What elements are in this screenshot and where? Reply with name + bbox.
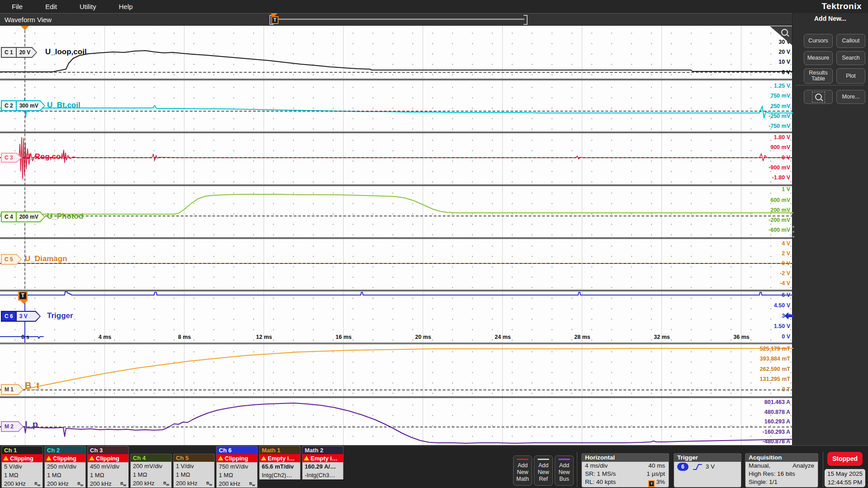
ch6-clipping-warning: Clipping [217, 454, 257, 462]
ch4-label[interactable]: U_Photod [47, 212, 83, 221]
slice-ch4 [0, 186, 793, 237]
horizontal-position-track[interactable] [273, 19, 524, 20]
math1-settings-badge[interactable]: Math 1 Empty i… 65.6 mT/div Intg(Ch2)… [259, 446, 301, 479]
cursors-button[interactable]: Cursors [804, 34, 833, 48]
plot-button[interactable]: Plot [836, 68, 865, 84]
ch4-axis-label: 200 mV [770, 207, 790, 213]
results-table-button[interactable]: Results Table [804, 68, 833, 84]
trigger-position-top-triangle[interactable] [21, 26, 29, 30]
search-button[interactable]: Search [836, 51, 865, 65]
ch6-axis-label: 4.50 V [774, 302, 790, 309]
math2-label[interactable]: I_p [25, 419, 38, 430]
menu-edit[interactable]: Edit [45, 3, 57, 10]
menu-help[interactable]: Help [119, 3, 133, 10]
ch5-label[interactable]: U_Diamagn [25, 254, 67, 263]
ch4-zero-line [0, 216, 793, 216]
ch5-axis-label: 4 V [782, 240, 790, 247]
callout-button[interactable]: Callout [836, 34, 865, 48]
acquisition-panel[interactable]: Acquisition Manual,Analyze High Res: 16 … [745, 453, 818, 488]
trigger-position-flag-icon[interactable]: T [271, 16, 278, 24]
ch6-axis-label: 3 V [782, 313, 790, 319]
ch3-axis-label: 1.80 V [774, 134, 790, 141]
ch3-axis-label: -1.80 V [772, 174, 790, 181]
ch2-settings-badge[interactable]: Ch 2 Clipping 250 mV/div 1 MΩ 200 kHzBw [44, 446, 86, 488]
slice-ch1 [0, 26, 793, 79]
ch6-axis-label: 1.50 V [774, 323, 790, 329]
ch1-clipping-warning: Clipping [2, 454, 42, 462]
date-time-display: 15 May 2025 12:44:55 PM [825, 469, 865, 487]
menu-utility[interactable]: Utility [80, 3, 96, 10]
date: 15 May 2025 [825, 469, 865, 478]
rising-edge-icon [693, 464, 702, 470]
time-tick-label: 16 ms [330, 334, 357, 340]
math2-empty-warning: Empty i… [302, 454, 343, 462]
measure-button[interactable]: Measure [804, 51, 833, 65]
clock: 12:44:55 PM [825, 478, 865, 487]
channel-badge-c1[interactable]: C 120 V [1, 47, 37, 58]
math2-axis-label: 480.878 A [764, 409, 790, 415]
ch2-zero-line [0, 111, 793, 112]
panel-divider [796, 85, 864, 85]
math2-settings-badge[interactable]: Math 2 Empty i… 160.29 A/… -Intg(Ch3… [302, 446, 344, 479]
ch2-trace [0, 80, 793, 131]
trigger-source-flag[interactable]: T [18, 291, 28, 300]
ch2-axis-label: -250 mV [769, 113, 790, 119]
warning-icon [89, 456, 94, 460]
more-button[interactable]: More... [836, 90, 865, 104]
horizontal-range-right-bracket [524, 15, 528, 25]
channel-badge-c2[interactable]: C 2300 mV [1, 100, 45, 111]
math2-axis-label: -480.878 A [763, 438, 790, 445]
trigger-panel[interactable]: Trigger 6 3 V [674, 453, 741, 488]
panel-drag-handle[interactable] [793, 226, 794, 238]
ch3-label[interactable]: U_Rog,coil [25, 152, 65, 161]
ch6-settings-badge[interactable]: Ch 6 Clipping 750 mV/div 1 MΩ 200 kHzBw [216, 446, 258, 488]
time-tick-label: 36 ms [728, 334, 755, 340]
math1-zero-line [0, 389, 793, 390]
menu-file[interactable]: File [12, 3, 23, 10]
trigger-source-flag-pointer [20, 300, 28, 304]
math2-axis-label: 160.293 A [764, 418, 790, 425]
time-tick-label: 4 ms [91, 334, 118, 340]
add-new-ref-button[interactable]: Add New Ref [534, 455, 553, 486]
add-new-heading: Add New... [793, 15, 868, 22]
bandwidth-icon: Bw [120, 479, 126, 488]
ch5-axis-label: -2 V [780, 270, 790, 277]
zoom-select-icon [812, 92, 825, 103]
horizontal-panel[interactable]: Horizontal 4 ms/div40 ms SR: 1 MS/s1 µs/… [581, 453, 669, 488]
zoom-select-button[interactable] [804, 90, 833, 104]
waveform-graticule [0, 26, 792, 445]
time-tick-label: 20 ms [410, 334, 437, 340]
math1-label[interactable]: B_t [25, 380, 39, 391]
add-new-bus-button[interactable]: Add New Bus [555, 455, 574, 486]
ch2-label[interactable]: U_Bt,coil [47, 101, 80, 110]
slice-ch5 [0, 239, 793, 290]
run-stop-status-button[interactable]: Stopped [827, 452, 863, 466]
ch5-settings-badge[interactable]: Ch 5 1 V/div 1 MΩ 200 kHzBw [173, 454, 215, 488]
warning-icon [304, 456, 309, 460]
ch5-axis-label: 0 V [782, 260, 790, 267]
add-new-math-button[interactable]: Add New Math [513, 455, 532, 486]
ch1-settings-badge[interactable]: Ch 1 Clipping 5 V/div 1 MΩ 200 kHzBw [1, 446, 43, 488]
ch1-trace [0, 26, 793, 79]
ch4-settings-badge[interactable]: Ch 4 200 mV/div 1 MΩ 200 kHzBw [130, 454, 172, 488]
ch3-axis-label: -900 mV [769, 164, 790, 171]
bus-color-stripe [558, 459, 570, 460]
ch3-clipping-warning: Clipping [88, 454, 128, 462]
ch6-label[interactable]: Trigger [47, 311, 73, 320]
tektronix-logo: Tektronix [821, 1, 862, 11]
ch2-axis-label: -750 mV [769, 123, 790, 129]
ch1-axis-label: 20 V [778, 49, 790, 55]
time-tick-label: 24 ms [489, 334, 516, 340]
math1-trace [0, 344, 793, 396]
ch5-trace [0, 239, 793, 290]
slice-ch2 [0, 80, 793, 131]
ch4-trace [0, 186, 793, 237]
ch1-label[interactable]: U_loop,coil [45, 47, 87, 56]
math2-trace [0, 398, 793, 445]
ch5-axis-label: -4 V [780, 280, 790, 286]
channel-badge-c6[interactable]: C 63 V [1, 311, 41, 322]
channel-badge-c4[interactable]: C 4200 mV [1, 211, 45, 222]
math1-empty-warning: Empty i… [259, 454, 300, 462]
bottom-bar-separator [823, 452, 823, 487]
ch3-settings-badge[interactable]: Ch 3 Clipping 450 mV/div 1 MΩ 200 kHzBw [87, 446, 129, 488]
